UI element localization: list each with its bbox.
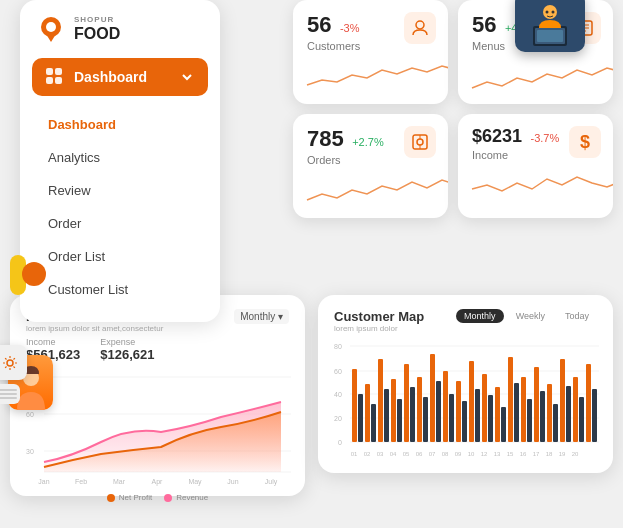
stat-card-customers: 56 -3% Customers xyxy=(293,0,448,104)
svg-text:03: 03 xyxy=(377,451,384,457)
sidebar-item-order-list[interactable]: Order List xyxy=(20,240,220,273)
svg-text:08: 08 xyxy=(442,451,449,457)
svg-rect-47 xyxy=(397,399,402,442)
svg-rect-57 xyxy=(462,401,467,442)
dashboard-button[interactable]: Dashboard xyxy=(32,58,208,96)
svg-rect-49 xyxy=(410,387,415,442)
sidebar-item-dashboard[interactable]: Dashboard xyxy=(20,108,220,141)
svg-text:80: 80 xyxy=(334,343,342,350)
svg-text:0: 0 xyxy=(338,439,342,446)
svg-text:19: 19 xyxy=(559,451,566,457)
svg-rect-59 xyxy=(475,389,480,442)
svg-text:Feb: Feb xyxy=(75,478,87,485)
sidebar-item-customer-list[interactable]: Customer List xyxy=(20,273,220,306)
map-subtitle: lorem ipsum dolor xyxy=(334,324,424,333)
menus-value: 56 xyxy=(472,12,496,37)
sidebar-item-order[interactable]: Order xyxy=(20,207,220,240)
svg-text:July: July xyxy=(265,478,278,486)
svg-text:40: 40 xyxy=(334,391,342,398)
svg-rect-48 xyxy=(404,364,409,442)
svg-text:07: 07 xyxy=(429,451,436,457)
svg-rect-58 xyxy=(469,361,474,442)
laptop-avatar xyxy=(515,0,585,52)
svg-rect-45 xyxy=(384,389,389,442)
customer-map-chart: 80 60 40 20 0 xyxy=(334,339,599,467)
customers-chart xyxy=(307,60,447,92)
customer-map-card: Customer Map lorem ipsum dolor Monthly W… xyxy=(318,295,613,473)
monthly-selector[interactable]: Monthly ▾ xyxy=(234,309,289,324)
settings-widget xyxy=(0,345,27,404)
svg-text:16: 16 xyxy=(520,451,527,457)
svg-rect-50 xyxy=(417,377,422,442)
svg-marker-2 xyxy=(46,34,56,42)
revenue-stats: Income $561,623 Expense $126,621 xyxy=(26,337,289,362)
svg-rect-62 xyxy=(495,387,500,442)
legend-profit: Net Profit xyxy=(107,493,152,502)
sidebar-item-analytics[interactable]: Analytics xyxy=(20,141,220,174)
tab-today[interactable]: Today xyxy=(557,309,597,323)
app-logo: SHOPUR FOOD xyxy=(20,0,220,58)
sidebar-nav: Dashboard Analytics Review Order Order L… xyxy=(20,104,220,322)
svg-rect-54 xyxy=(443,371,448,442)
orders-change: +2.7% xyxy=(352,136,384,148)
svg-rect-60 xyxy=(482,374,487,442)
revenue-chart-area: 120 60 30 xyxy=(26,372,289,482)
svg-rect-65 xyxy=(514,383,519,442)
svg-text:May: May xyxy=(188,478,202,486)
menus-chart xyxy=(472,60,612,92)
svg-rect-77 xyxy=(592,389,597,442)
svg-rect-43 xyxy=(371,404,376,442)
bar-chart-area: 80 60 40 20 0 xyxy=(334,339,597,459)
svg-rect-41 xyxy=(358,394,363,442)
income-chart xyxy=(472,169,612,201)
svg-text:20: 20 xyxy=(572,451,579,457)
income-value: $6231 xyxy=(472,126,522,146)
stat-card-income: $ $6231 -3.7% Income xyxy=(458,114,613,218)
revenue-card: Revenue lorem ipsum dolor sit amet,conse… xyxy=(10,295,305,496)
svg-text:09: 09 xyxy=(455,451,462,457)
svg-text:06: 06 xyxy=(416,451,423,457)
svg-text:04: 04 xyxy=(390,451,397,457)
svg-rect-71 xyxy=(553,404,558,442)
expense-stat-label: Expense xyxy=(100,337,154,347)
svg-text:10: 10 xyxy=(468,451,475,457)
svg-rect-67 xyxy=(527,399,532,442)
tab-monthly[interactable]: Monthly xyxy=(456,309,504,323)
svg-rect-52 xyxy=(430,354,435,442)
dashboard-icon xyxy=(46,68,64,86)
svg-rect-66 xyxy=(521,377,526,442)
income-change: -3.7% xyxy=(531,132,560,144)
svg-text:15: 15 xyxy=(507,451,514,457)
dashboard-btn-label: Dashboard xyxy=(74,69,147,85)
svg-text:Jun: Jun xyxy=(227,478,238,485)
customers-value: 56 xyxy=(307,12,331,37)
orange-circle-accent xyxy=(22,262,46,286)
svg-text:12: 12 xyxy=(481,451,488,457)
svg-rect-53 xyxy=(436,381,441,442)
logo-text: SHOPUR FOOD xyxy=(74,16,120,42)
svg-point-102 xyxy=(7,360,13,366)
lines-widget xyxy=(0,384,20,404)
customers-change: -3% xyxy=(340,22,360,34)
svg-rect-64 xyxy=(508,357,513,442)
legend-revenue: Revenue xyxy=(164,493,208,502)
revenue-subtitle: lorem ipsum dolor sit amet,consectetur xyxy=(26,324,163,333)
expense-stat-value: $126,621 xyxy=(100,347,154,362)
svg-rect-46 xyxy=(391,379,396,442)
sidebar-item-review[interactable]: Review xyxy=(20,174,220,207)
svg-rect-69 xyxy=(540,391,545,442)
svg-rect-6 xyxy=(55,77,62,84)
svg-rect-5 xyxy=(46,77,53,84)
svg-point-7 xyxy=(416,21,424,29)
svg-rect-73 xyxy=(566,386,571,442)
svg-text:18: 18 xyxy=(546,451,553,457)
svg-rect-74 xyxy=(573,377,578,442)
customers-icon xyxy=(404,12,436,44)
svg-rect-56 xyxy=(456,381,461,442)
svg-rect-44 xyxy=(378,359,383,442)
svg-text:60: 60 xyxy=(26,411,34,418)
income-icon: $ xyxy=(569,126,601,158)
orders-chart xyxy=(307,174,447,206)
tab-weekly[interactable]: Weekly xyxy=(508,309,553,323)
gear-icon xyxy=(2,355,18,371)
